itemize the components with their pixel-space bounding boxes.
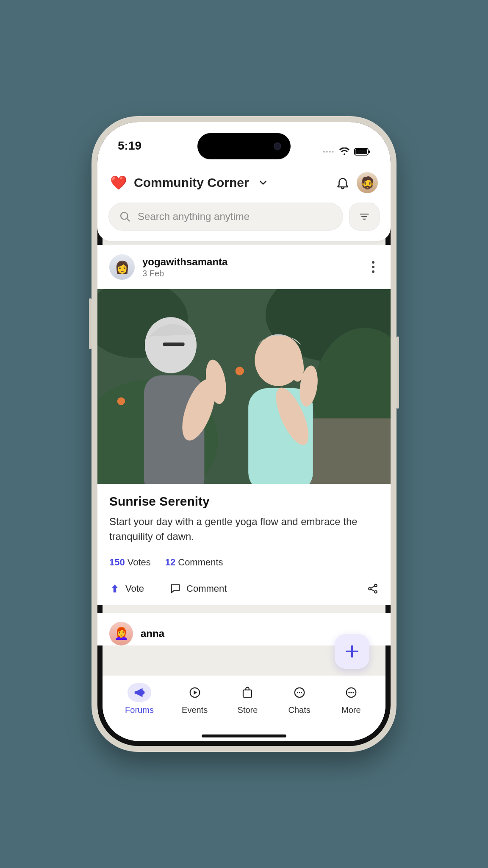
status-time: 5:19 [118,139,141,164]
share-button[interactable] [367,583,379,595]
tab-chats[interactable]: Chats [288,683,311,715]
page-title[interactable]: Community Corner [134,175,249,190]
notch [197,133,291,159]
svg-point-24 [236,367,244,375]
heart-icon: ❤️ [110,175,127,191]
svg-line-29 [371,586,374,588]
app-header: ❤️ Community Corner 🧔 [97,164,391,203]
svg-rect-2 [369,150,370,153]
post-card: 👩 yogawithsamanta 3 Feb [97,245,391,605]
upvote-icon [109,583,120,594]
svg-point-41 [350,692,352,693]
more-icon [345,686,358,699]
profile-avatar[interactable]: 🧔 [357,172,378,193]
tab-events[interactable]: Events [182,683,208,715]
battery-icon [354,148,370,156]
post-image[interactable] [97,289,391,484]
search-icon [119,211,131,223]
svg-point-42 [352,692,354,693]
filter-icon [358,211,370,223]
megaphone-icon [133,686,146,699]
svg-rect-18 [163,342,185,346]
post-stats: 150Votes 12Comments [97,548,391,574]
post-more-button[interactable] [368,257,379,277]
comment-icon [169,583,181,595]
svg-point-38 [301,692,302,693]
tab-more[interactable]: More [339,683,363,715]
tab-forums[interactable]: Forums [125,683,154,715]
svg-point-36 [297,692,298,693]
comment-button[interactable]: Comment [169,583,227,595]
svg-line-4 [127,219,130,221]
chevron-down-icon[interactable] [258,177,269,188]
bag-icon [241,686,254,699]
screen: 5:19 •••• ❤️ Community Corner 🧔 Search [97,122,391,746]
svg-rect-1 [355,149,367,154]
plus-icon [344,643,360,659]
post-description: Start your day with a gentle yoga flow a… [109,515,379,544]
search-input[interactable]: Search anything anytime [108,203,343,231]
feed[interactable]: 👩 yogawithsamanta 3 Feb [97,241,391,746]
chat-icon [293,686,306,699]
tab-bar: Forums Events Store Chats More [103,676,385,741]
svg-line-30 [371,589,374,591]
share-icon [367,583,379,595]
bell-icon[interactable] [336,175,350,190]
post-author[interactable]: anna [141,628,164,640]
create-post-button[interactable] [335,634,369,669]
post-date: 3 Feb [142,269,227,278]
svg-point-37 [299,692,300,693]
status-icons: •••• [323,139,370,164]
svg-point-25 [117,397,125,405]
search-placeholder: Search anything anytime [138,211,250,223]
svg-point-40 [348,692,350,693]
cellular-dots-icon: •••• [323,148,335,155]
post-actions: Vote Comment [97,574,391,605]
comments-stat[interactable]: 12Comments [165,557,223,568]
post-author-avatar[interactable]: 👩‍🦰 [109,622,133,645]
post-title: Sunrise Serenity [109,494,379,509]
phone-frame: 5:19 •••• ❤️ Community Corner 🧔 Search [92,116,396,752]
play-circle-icon [189,686,201,699]
filter-button[interactable] [349,203,380,231]
post-author[interactable]: yogawithsamanta [142,256,227,268]
post-author-avatar[interactable]: 👩 [109,254,135,280]
vote-button[interactable]: Vote [109,583,144,594]
home-indicator[interactable] [202,734,286,737]
wifi-icon [339,147,350,156]
tab-store[interactable]: Store [236,683,259,715]
svg-rect-34 [243,690,252,698]
votes-stat[interactable]: 150Votes [109,557,151,568]
